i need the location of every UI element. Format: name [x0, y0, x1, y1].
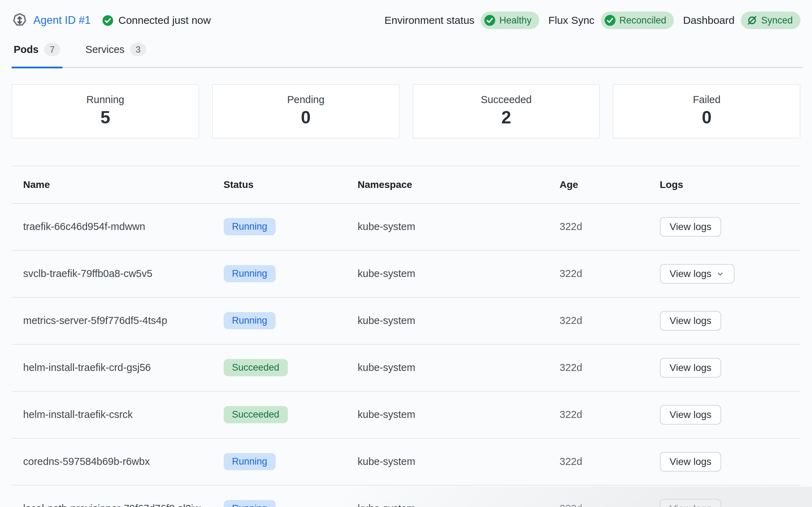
view-logs-button[interactable]: View logs: [660, 499, 721, 507]
status-label: Environment status: [385, 14, 475, 26]
view-logs-label: View logs: [670, 503, 711, 507]
view-logs-button[interactable]: View logs: [660, 405, 721, 425]
status-badge-text: Reconciled: [620, 15, 666, 26]
environment-badges: Environment status Healthy Flux Sync: [385, 12, 800, 29]
agent-id-link[interactable]: Agent ID #1: [33, 14, 91, 27]
age-cell: 322d: [548, 297, 648, 344]
stat-card: Pending 0: [212, 84, 400, 138]
view-logs-button[interactable]: View logs: [660, 452, 721, 472]
check-circle-icon: [484, 14, 496, 26]
status-badge: Running: [224, 500, 276, 507]
stat-label: Failed: [614, 94, 800, 106]
column-header-age: Age: [548, 166, 648, 203]
view-logs-label: View logs: [670, 315, 711, 326]
column-header-logs: Logs: [648, 166, 800, 203]
stat-cards: Running 5 Pending 0 Succeeded 2 Failed 0: [12, 84, 800, 138]
status-badge-pill: Reconciled: [601, 12, 674, 29]
status-badge: Running: [224, 312, 276, 329]
table-row: svclb-traefik-79ffb0a8-cw5v5 Running kub…: [12, 250, 800, 297]
stat-label: Running: [12, 94, 198, 106]
tab[interactable]: Services 3: [83, 41, 148, 68]
stat-card: Failed 0: [613, 84, 800, 138]
view-logs-button[interactable]: View logs: [660, 358, 721, 378]
status-group: Dashboard Synced: [683, 12, 800, 29]
tab-label: Services: [86, 44, 124, 55]
stat-value: 2: [413, 108, 600, 128]
status-badge-pill: Synced: [741, 12, 800, 29]
sync-icon: [746, 15, 758, 26]
status-badge: Running: [224, 218, 276, 235]
stat-value: 0: [213, 108, 399, 128]
chevron-down-icon: [716, 269, 725, 278]
table-row: coredns-597584b69b-r6wbx Running kube-sy…: [12, 438, 800, 485]
age-cell: 322d: [548, 250, 648, 297]
view-logs-label: View logs: [670, 456, 711, 467]
status-badge-pill: Healthy: [481, 12, 539, 29]
age-cell: 322d: [548, 438, 648, 485]
status-badge: Succeeded: [224, 406, 288, 423]
agent-shield-updown-icon: [12, 12, 28, 28]
status-label: Flux Sync: [548, 14, 595, 26]
age-cell: 322d: [548, 344, 648, 391]
age-cell: 322d: [548, 485, 648, 507]
tab-count-badge: 3: [130, 43, 146, 56]
stat-value: 5: [12, 108, 198, 128]
view-logs-label: View logs: [670, 221, 711, 232]
stat-card: Succeeded 2: [413, 84, 600, 138]
agent-status-area: Agent ID #1 Connected just now: [12, 12, 211, 28]
stat-label: Succeeded: [413, 94, 600, 106]
namespace-cell: kube-system: [346, 344, 548, 391]
pod-name-cell: coredns-597584b69b-r6wbx: [12, 438, 212, 485]
namespace-cell: kube-system: [346, 250, 548, 297]
tab-label: Pods: [14, 44, 39, 55]
namespace-cell: kube-system: [346, 297, 548, 344]
namespace-cell: kube-system: [346, 203, 548, 250]
check-circle-icon: [604, 14, 616, 26]
pod-name-cell: traefik-66c46d954f-mdwwn: [12, 203, 212, 250]
view-logs-button[interactable]: View logs: [660, 264, 735, 284]
pod-name-cell: helm-install-traefik-crd-gsj56: [12, 344, 212, 391]
connection-text: Connected just now: [119, 14, 211, 26]
status-badge: Succeeded: [224, 359, 288, 376]
column-header-name: Name: [12, 166, 212, 203]
namespace-cell: kube-system: [346, 485, 548, 507]
view-logs-button[interactable]: View logs: [660, 311, 721, 331]
table-header-row: Name Status Namespace Age Logs: [12, 166, 800, 203]
view-logs-label: View logs: [670, 268, 711, 279]
stat-label: Pending: [213, 94, 399, 106]
age-cell: 322d: [548, 391, 648, 438]
column-header-namespace: Namespace: [346, 166, 548, 203]
table-row: helm-install-traefik-csrck Succeeded kub…: [12, 391, 800, 438]
tab[interactable]: Pods 7: [12, 41, 62, 68]
pod-name-cell: helm-install-traefik-csrck: [12, 391, 212, 438]
status-badge-text: Healthy: [499, 15, 532, 26]
table-row: traefik-66c46d954f-mdwwn Running kube-sy…: [12, 203, 800, 250]
column-header-status: Status: [212, 166, 346, 203]
status-badge: Running: [224, 453, 276, 470]
tabs: Pods 7 Services 3: [12, 41, 803, 67]
pod-name-cell: metrics-server-5f9f776df5-4ts4p: [12, 297, 212, 344]
table-row: local-path-provisioner-79f67d76f8-sl8jw …: [12, 485, 800, 507]
stat-value: 0: [614, 108, 800, 128]
status-badge: Running: [224, 265, 276, 282]
dashboard-page: Agent ID #1 Connected just now Environme…: [0, 0, 812, 507]
tab-bar: Pods 7 Services 3: [12, 41, 803, 68]
check-circle-icon: [102, 15, 114, 26]
pod-name-cell: svclb-traefik-79ffb0a8-cw5v5: [12, 250, 212, 297]
status-group: Environment status Healthy: [385, 12, 539, 29]
connection-status: Connected just now: [102, 14, 211, 26]
view-logs-label: View logs: [670, 409, 711, 420]
table-row: metrics-server-5f9f776df5-4ts4p Running …: [12, 297, 800, 344]
age-cell: 322d: [548, 203, 648, 250]
namespace-cell: kube-system: [346, 438, 548, 485]
status-label: Dashboard: [683, 14, 735, 26]
namespace-cell: kube-system: [346, 391, 548, 438]
tab-count-badge: 7: [44, 43, 60, 56]
table-row: helm-install-traefik-crd-gsj56 Succeeded…: [12, 344, 800, 391]
pod-name-cell: local-path-provisioner-79f67d76f8-sl8jw: [12, 485, 212, 507]
status-badge-text: Synced: [761, 15, 793, 26]
topbar: Agent ID #1 Connected just now Environme…: [0, 0, 812, 30]
pods-table-section: Name Status Namespace Age Logs traefik-6…: [12, 166, 800, 507]
view-logs-button[interactable]: View logs: [660, 217, 721, 237]
stat-card: Running 5: [12, 84, 199, 138]
